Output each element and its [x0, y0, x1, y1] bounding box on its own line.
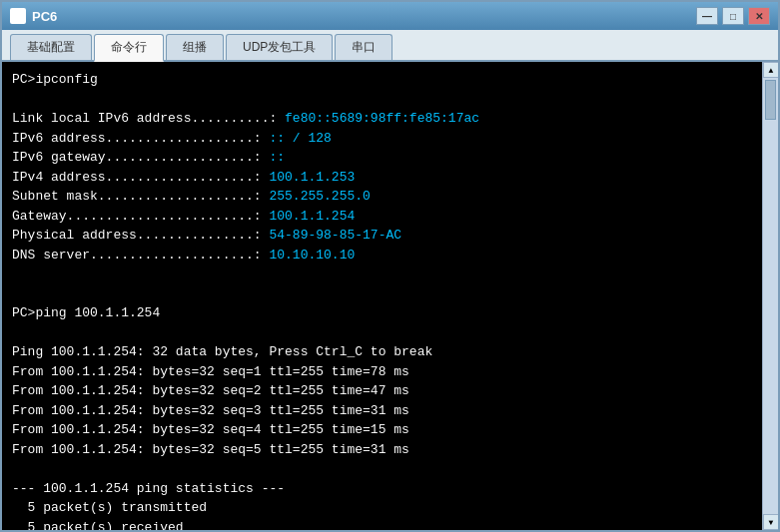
scroll-up-button[interactable]: ▲: [763, 62, 778, 78]
tab-udp[interactable]: UDP发包工具: [226, 34, 333, 60]
window-icon: [10, 8, 26, 24]
scroll-down-button[interactable]: ▼: [763, 514, 778, 530]
main-window: PC6 — □ ✕ 基础配置 命令行 组播 UDP发包工具 串口 PC>ipco…: [0, 0, 780, 532]
window-title: PC6: [32, 9, 696, 24]
close-button[interactable]: ✕: [748, 7, 770, 25]
tab-bar: 基础配置 命令行 组播 UDP发包工具 串口: [2, 30, 778, 62]
tab-group[interactable]: 组播: [166, 34, 224, 60]
tab-cmd[interactable]: 命令行: [94, 34, 164, 62]
maximize-button[interactable]: □: [722, 7, 744, 25]
terminal[interactable]: PC>ipconfig Link local IPv6 address.....…: [2, 62, 762, 530]
tab-serial[interactable]: 串口: [335, 34, 392, 60]
tab-basic[interactable]: 基础配置: [10, 34, 92, 60]
minimize-button[interactable]: —: [696, 7, 718, 25]
scrollbar-track: [763, 78, 778, 514]
scrollbar[interactable]: ▲ ▼: [762, 62, 778, 530]
window-controls: — □ ✕: [696, 7, 770, 25]
scrollbar-thumb[interactable]: [765, 80, 776, 120]
content-area: PC>ipconfig Link local IPv6 address.....…: [2, 62, 778, 530]
title-bar: PC6 — □ ✕: [2, 2, 778, 30]
